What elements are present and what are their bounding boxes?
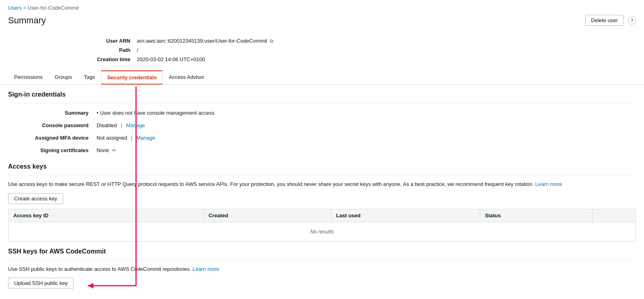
ssh-keys-title: SSH keys for AWS CodeCommit bbox=[8, 241, 636, 257]
path-row: Path / bbox=[72, 45, 636, 55]
mfa-row: Assigned MFA device Not assigned | Manag… bbox=[8, 132, 636, 144]
col-created: Created bbox=[204, 209, 331, 222]
access-keys-title: Access keys bbox=[8, 157, 636, 172]
signing-certs-label: Signing certificates bbox=[8, 144, 97, 157]
access-keys-description: Use access keys to make secure REST or H… bbox=[8, 179, 636, 193]
access-keys-learn-more-link[interactable]: Learn more bbox=[535, 181, 562, 187]
delete-user-button[interactable]: Delete user bbox=[585, 15, 624, 26]
copy-arn-icon[interactable]: ⧉ bbox=[270, 38, 273, 44]
path-value: / bbox=[137, 47, 138, 53]
header-actions: Delete user ? bbox=[585, 15, 636, 26]
page-header: Summary Delete user ? bbox=[0, 13, 644, 32]
tabs-bar: Permissions Groups Tags Security credent… bbox=[0, 70, 644, 85]
creation-time-value: 2020-03-02 14:06 UTC+0100 bbox=[137, 56, 205, 62]
tab-permissions[interactable]: Permissions bbox=[8, 70, 49, 85]
no-results-cell: No results bbox=[8, 222, 636, 241]
access-keys-divider bbox=[8, 175, 636, 175]
page-title: Summary bbox=[8, 15, 46, 26]
console-password-row: Console password Disabled | Manage bbox=[8, 119, 636, 132]
path-label: Path bbox=[72, 47, 137, 53]
no-results-row: No results bbox=[8, 222, 636, 241]
pipe-2: | bbox=[131, 135, 132, 141]
help-icon[interactable]: ? bbox=[628, 16, 636, 25]
mfa-manage-link[interactable]: Manage bbox=[136, 135, 155, 141]
access-keys-header-row: Access key ID Created Last used Status bbox=[8, 209, 636, 222]
sign-in-divider bbox=[8, 103, 636, 103]
breadcrumb-separator: > bbox=[23, 5, 27, 11]
sign-in-credentials-table: Summary • User does not have console man… bbox=[8, 107, 636, 157]
console-password-label: Console password bbox=[8, 119, 97, 132]
tab-tags[interactable]: Tags bbox=[78, 70, 101, 85]
pipe-1: | bbox=[121, 122, 122, 128]
col-actions bbox=[592, 209, 636, 222]
col-access-key-id: Access key ID bbox=[8, 209, 204, 222]
signing-certs-val: None ✏ bbox=[97, 144, 636, 157]
creation-time-row: Creation time 2020-03-02 14:06 UTC+0100 bbox=[72, 55, 636, 64]
mfa-val: Not assigned | Manage bbox=[97, 132, 636, 144]
breadcrumb-current: User-for-CodeCommit bbox=[28, 5, 79, 11]
summary-table: User ARN arn:aws:iam::620012345139:user/… bbox=[72, 36, 636, 64]
edit-signing-icon[interactable]: ✏ bbox=[112, 148, 116, 153]
tab-security-credentials[interactable]: Security credentials bbox=[101, 70, 163, 85]
summary-key: Summary bbox=[8, 107, 97, 119]
breadcrumb: Users > User-for-CodeCommit bbox=[0, 0, 644, 13]
summary-val: • User does not have console management … bbox=[97, 107, 636, 119]
upload-ssh-key-button[interactable]: Upload SSH public key bbox=[8, 278, 74, 289]
console-password-val: Disabled | Manage bbox=[97, 119, 636, 132]
tab-access-advisor[interactable]: Access Advisor bbox=[163, 70, 210, 85]
summary-row-info: Summary • User does not have console man… bbox=[8, 107, 636, 119]
col-status: Status bbox=[480, 209, 592, 222]
access-keys-table-head: Access key ID Created Last used Status bbox=[8, 209, 636, 222]
user-arn-row: User ARN arn:aws:iam::620012345139:user/… bbox=[72, 36, 636, 45]
signing-certs-row: Signing certificates None ✏ bbox=[8, 144, 636, 157]
create-access-key-button[interactable]: Create access key bbox=[8, 193, 63, 204]
tab-content: Sign-in credentials Summary • User does … bbox=[0, 85, 644, 289]
bullet: • bbox=[97, 110, 100, 116]
creation-time-label: Creation time bbox=[72, 56, 137, 62]
access-keys-table: Access key ID Created Last used Status N… bbox=[8, 209, 636, 241]
ssh-keys-learn-more-link[interactable]: Learn more bbox=[192, 266, 219, 272]
user-arn-label: User ARN bbox=[72, 38, 137, 44]
ssh-keys-description: Use SSH public keys to authenticate acce… bbox=[8, 264, 636, 278]
mfa-label: Assigned MFA device bbox=[8, 132, 97, 144]
console-password-manage-link[interactable]: Manage bbox=[126, 122, 145, 128]
access-keys-table-body: No results bbox=[8, 222, 636, 241]
sign-in-credentials-title: Sign-in credentials bbox=[8, 85, 636, 100]
breadcrumb-users-link[interactable]: Users bbox=[8, 5, 22, 11]
tab-groups[interactable]: Groups bbox=[49, 70, 78, 85]
ssh-keys-divider bbox=[8, 260, 636, 260]
col-last-used: Last used bbox=[331, 209, 480, 222]
user-arn-value: arn:aws:iam::620012345139:user/User-for-… bbox=[137, 38, 273, 44]
summary-section: User ARN arn:aws:iam::620012345139:user/… bbox=[0, 32, 644, 70]
